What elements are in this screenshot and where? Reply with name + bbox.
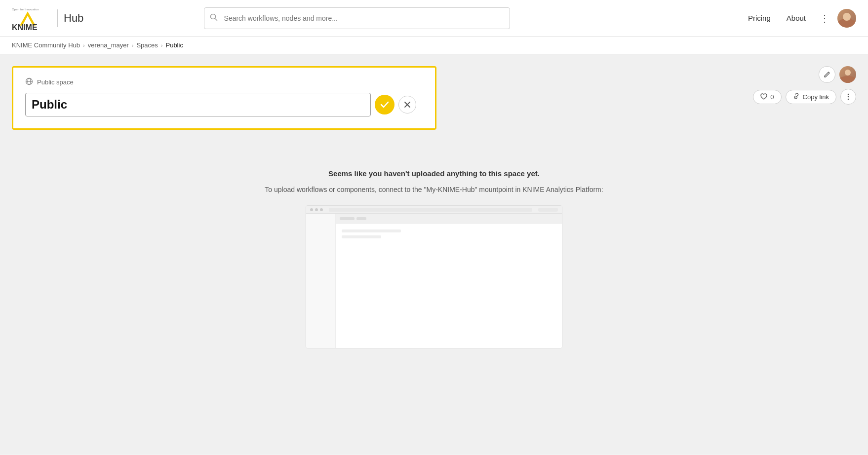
copy-link-button[interactable]: Copy link [786,90,836,104]
like-button[interactable]: 0 [753,90,781,104]
right-actions: 0 Copy link [753,66,856,105]
screenshot-preview [306,205,562,348]
space-type-label: Public space [37,78,74,86]
edit-button[interactable] [819,66,835,83]
pricing-link[interactable]: Pricing [742,10,777,26]
svg-point-8 [848,96,849,98]
space-label-row: Public space [25,77,423,87]
name-edit-row [25,93,423,116]
header-divider [57,9,58,27]
preview-topbar [306,206,562,214]
preview-dot-1 [310,208,313,211]
svg-point-7 [848,94,849,95]
empty-description: To upload workflows or components, conne… [12,186,856,193]
hub-label: Hub [64,12,83,25]
search-icon [210,13,218,23]
preview-inner-toolbar [336,214,562,224]
empty-title: Seems like you haven't uploaded anything… [12,169,856,178]
empty-state: Seems like you haven't uploaded anything… [12,169,856,348]
breadcrumb-current: Public [165,41,183,49]
breadcrumb-sep-3: › [161,42,163,48]
preview-dot-3 [320,208,323,211]
preview-line-1 [342,229,401,232]
svg-line-1 [215,18,217,20]
app-header: Open for Innovation KNIME Hub Pricing Ab… [0,0,868,37]
about-link[interactable]: About [781,10,812,26]
breadcrumb: KNIME Community Hub › verena_mayer › Spa… [0,37,868,54]
copy-link-label: Copy link [803,93,829,101]
space-name-input[interactable] [25,93,371,116]
header-nav: Pricing About ⋮ [742,9,856,28]
preview-toolbar-item [340,217,355,220]
svg-point-9 [848,99,849,100]
preview-controls [538,208,558,212]
space-card: Public space [12,66,436,130]
preview-line-2 [342,235,381,238]
preview-main-area [336,214,562,348]
confirm-button[interactable] [375,95,395,114]
breadcrumb-home[interactable]: KNIME Community Hub [12,41,80,49]
more-menu-button[interactable]: ⋮ [816,10,833,26]
space-owner-avatar [839,66,856,83]
action-buttons-row: 0 Copy link [753,89,856,105]
preview-sidebar [306,214,336,348]
logo-tagline: Open for Innovation [12,7,39,11]
more-options-button[interactable] [840,89,856,105]
breadcrumb-sep-2: › [132,42,134,48]
preview-body [306,214,562,348]
like-count: 0 [770,93,774,101]
search-bar-container [204,7,510,29]
user-avatar[interactable] [837,9,856,28]
preview-dot-2 [315,208,318,211]
preview-toolbar-item-2 [356,217,366,220]
globe-icon [25,77,33,87]
cancel-button[interactable] [398,96,416,114]
knime-logo: Open for Innovation KNIME [12,6,51,31]
preview-urlbar [329,208,532,212]
avatar-image [837,9,856,28]
edit-row [819,66,856,83]
breadcrumb-sep-1: › [83,42,85,48]
search-input[interactable] [204,7,510,29]
logo-name: KNIME [12,23,38,30]
main-content: Public space [0,54,868,455]
preview-content-area [336,224,562,244]
logo-area: Open for Innovation KNIME Hub [12,6,83,31]
breadcrumb-user[interactable]: verena_mayer [88,41,129,49]
breadcrumb-spaces[interactable]: Spaces [136,41,158,49]
